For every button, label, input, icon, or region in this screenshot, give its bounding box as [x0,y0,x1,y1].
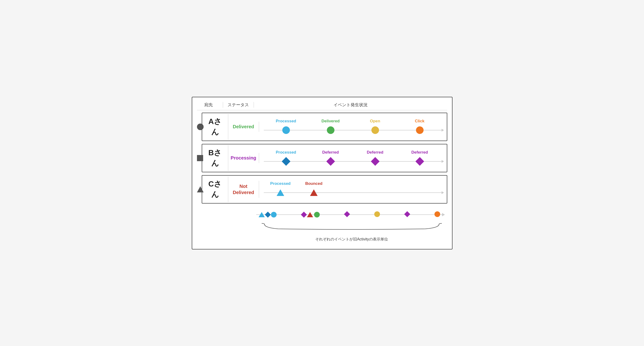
combined-track [256,209,442,221]
combined-circle-green [314,212,320,217]
row-b: Bさん Processing Processed Deferred Deferr… [202,144,447,172]
row-c-label-bounced: Bounced [297,181,331,186]
row-a-status: Delivered [228,122,259,132]
combined-triangle-blue [258,212,265,217]
row-c-marker-bounced [310,189,318,196]
row-a-events: Processed Delivered Open Click [259,114,447,140]
row-c: Cさん Not Delivered Processed Bounced [202,175,447,203]
row-c-icon [197,186,204,192]
row-b-label-processed: Processed [264,150,308,155]
row-a: Aさん Delivered Processed Delivered Open C… [202,113,447,141]
row-b-events: Processed Deferred Deferred Deferred [259,145,447,171]
combined-group-2 [302,212,320,217]
combined-circle-gold [374,211,380,217]
col-events-header: イベント発生状況 [254,102,447,108]
row-a-marker-processed [282,126,290,134]
row-b-recipient: Bさん [202,145,228,171]
combined-diamond-purple2 [344,211,350,217]
combined-group-5 [405,212,409,217]
row-a-label-delivered: Delivered [308,119,353,124]
main-container: 宛先 ステータス イベント発生状況 Aさん Delivered Processe… [192,97,452,249]
combined-circle-blue [271,212,276,217]
combined-circle-orange [434,211,440,217]
col-recipient-header: 宛先 [197,102,223,108]
row-c-recipient: Cさん [202,176,228,202]
row-a-marker-delivered [327,126,334,134]
row-c-events: Processed Bounced [259,176,447,202]
row-b-status: Processing [228,153,259,163]
col-status-header: ステータス [223,102,254,108]
row-c-label-processed: Processed [264,181,297,186]
combined-diamond-purple3 [404,211,410,217]
row-c-status: Not Delivered [228,181,259,198]
row-a-marker-open [372,126,379,134]
header-row: 宛先 ステータス イベント発生状況 [197,102,447,110]
row-b-label-deferred2: Deferred [353,150,398,155]
brace-svg [256,223,447,235]
combined-group-3 [345,212,349,217]
annotation-section: それぞれのイベントが旧Activityの表示単位 [197,223,447,242]
row-b-marker-processed [282,157,290,166]
row-a-icon [197,124,204,130]
annotation-text: それぞれのイベントが旧Activityの表示単位 [256,237,447,242]
row-a-label-open: Open [353,119,398,124]
row-b-marker-deferred2 [371,157,380,166]
combined-group-1 [258,212,276,217]
row-a-label-processed: Processed [264,119,308,124]
combined-triangle-red [307,212,313,217]
combined-diamond-purple1 [301,212,307,217]
row-a-label-click: Click [398,119,442,124]
row-b-marker-deferred1 [326,157,335,166]
row-a-marker-click [416,126,424,134]
row-b-icon [197,155,203,161]
row-b-label-deferred1: Deferred [308,150,353,155]
row-a-recipient: Aさん [202,114,228,140]
row-b-marker-deferred3 [415,157,424,166]
row-c-marker-processed [276,189,284,196]
combined-section: それぞれのイベントが旧Activityの表示単位 [197,206,447,244]
combined-diamond-darkblue [265,212,271,217]
combined-group-4 [374,211,380,218]
combined-group-6 [434,211,440,218]
row-b-label-deferred3: Deferred [398,150,442,155]
